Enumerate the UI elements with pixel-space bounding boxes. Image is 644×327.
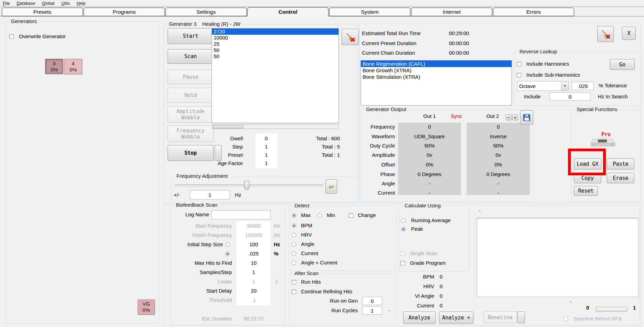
detect-hrv-radio[interactable]: [292, 233, 296, 237]
tab-errors[interactable]: Errors: [493, 8, 574, 16]
clear-frequency-list-button[interactable]: [342, 29, 359, 45]
hscrollbar-thumb[interactable]: [213, 125, 243, 129]
paste-button[interactable]: Paste: [607, 159, 634, 170]
baseline-before-bfb-label: Baseline Before BFB: [574, 316, 622, 321]
special-functions-title: Special Functions: [575, 106, 619, 112]
generator-x-device-image: [589, 136, 616, 149]
age-factor-label: Age Factor: [193, 160, 243, 166]
generator-4-button[interactable]: 4 0%: [64, 59, 82, 74]
go-button[interactable]: Go: [610, 59, 635, 70]
detect-angle-radio[interactable]: [292, 242, 296, 247]
continue-refining-checkbox[interactable]: [292, 290, 296, 294]
single-scan-checkbox: [400, 251, 405, 256]
biofeedback-scan-title: Biofeedback Scan: [174, 202, 219, 208]
step-size-percent-value[interactable]: .025: [237, 251, 271, 257]
output-minus-button[interactable]: −: [506, 115, 512, 120]
menu-utils[interactable]: Utils: [58, 1, 72, 7]
dropdown-arrow-icon[interactable]: ▼: [561, 81, 568, 90]
program-item[interactable]: Bone Regeneration (CAFL): [361, 61, 512, 67]
frequency-list-hscrollbar[interactable]: [212, 124, 339, 129]
scale-max-label: 1: [633, 305, 636, 310]
run-on-gen-input[interactable]: 0: [362, 297, 382, 305]
output-row-label: Amplitude: [351, 152, 395, 158]
overwrite-generator-checkbox[interactable]: [9, 34, 14, 39]
running-average-radio[interactable]: [401, 218, 406, 223]
program-item[interactable]: Bone Stimulation (XTRA): [361, 74, 512, 80]
reset-button[interactable]: Reset: [574, 186, 598, 196]
output-plus-button[interactable]: +: [512, 115, 518, 120]
scan-button[interactable]: Scan: [168, 49, 214, 64]
detect-bpm-radio[interactable]: [292, 224, 296, 228]
detect-current-radio[interactable]: [292, 251, 296, 256]
tab-control[interactable]: Control: [247, 7, 329, 17]
vg-generator-button[interactable]: VG 0%: [138, 299, 155, 315]
close-panel-button[interactable]: X: [622, 27, 636, 40]
preset-value[interactable]: 1: [255, 152, 277, 158]
detect-min-radio[interactable]: [318, 213, 322, 218]
frequency-item[interactable]: 50: [212, 47, 339, 53]
erase-button[interactable]: Erase: [607, 173, 634, 183]
tab-internet[interactable]: Internet: [411, 8, 492, 16]
step-size-hz-value[interactable]: 100: [237, 241, 271, 247]
detect-max-radio[interactable]: [292, 213, 296, 218]
frequency-listbox[interactable]: 2720 10000 25 50 50: [212, 28, 339, 123]
peak-radio[interactable]: [401, 227, 406, 231]
start-delay-value[interactable]: 20: [237, 288, 271, 294]
include-hz-input[interactable]: 0: [550, 92, 590, 101]
menu-database[interactable]: Database: [14, 1, 38, 7]
save-output-button[interactable]: [520, 110, 533, 124]
start-button[interactable]: Start: [168, 28, 214, 44]
tab-presets[interactable]: Presets: [2, 8, 83, 16]
detect-angle-current-radio[interactable]: [292, 261, 296, 265]
frequency-item[interactable]: 50: [212, 53, 339, 59]
tolerance-unit-label: % Tolerance: [599, 83, 627, 88]
tab-programs[interactable]: Programs: [84, 8, 165, 16]
tab-system[interactable]: System: [329, 8, 410, 16]
hrv-result-label: HRV: [396, 283, 434, 289]
age-factor-value[interactable]: 1: [255, 160, 277, 166]
out1-frequency: 0: [398, 124, 461, 130]
generator-3-button[interactable]: 3 0%: [45, 59, 63, 74]
menu-help[interactable]: Help: [74, 1, 88, 7]
analyze-plus-button[interactable]: Analyze +: [439, 312, 473, 324]
frequency-item[interactable]: 25: [212, 41, 339, 47]
programs-listbox[interactable]: Bone Regeneration (CAFL) Bone Growth (XT…: [361, 60, 512, 106]
initial-step-size-label: Initial Step Size: [172, 241, 223, 247]
run-cycles-input[interactable]: 1: [362, 306, 382, 315]
frequency-item[interactable]: 10000: [212, 35, 339, 41]
scale-min-label: 0: [586, 305, 589, 310]
generator-4-number: 4: [72, 61, 74, 67]
menu-global[interactable]: Global: [39, 1, 57, 7]
menu-file[interactable]: File: [0, 1, 12, 7]
program-item[interactable]: Bone Growth (XTRA): [361, 67, 512, 74]
max-hits-value[interactable]: 10: [237, 260, 271, 266]
output-row-label: Duty Cycle: [351, 143, 395, 149]
include-sub-harmonics-checkbox[interactable]: [517, 73, 521, 77]
clear-all-button[interactable]: [597, 26, 614, 42]
grade-program-checkbox[interactable]: [400, 261, 405, 265]
run-hits-checkbox[interactable]: [292, 280, 296, 284]
adjustment-amount-input[interactable]: 1: [190, 190, 230, 199]
load-gx-button[interactable]: Load GX: [574, 159, 601, 170]
samples-per-step-value[interactable]: 1: [237, 269, 271, 275]
running-average-label: Running Average: [411, 217, 451, 223]
step-value[interactable]: 1: [255, 144, 277, 150]
detect-change-checkbox[interactable]: [349, 213, 353, 218]
spooky2-control-window: File Database Global Utils Help Presets …: [0, 0, 644, 327]
step-size-hz-radio[interactable]: [225, 242, 230, 247]
out2-phase: 0 Degrees: [467, 171, 530, 177]
detect-angle-current-label: Angle + Current: [301, 260, 337, 265]
reset-adjustment-button[interactable]: ↩: [325, 179, 337, 194]
tolerance-input[interactable]: .025: [572, 82, 594, 90]
copy-button[interactable]: Copy: [574, 173, 601, 183]
include-harmonics-checkbox[interactable]: [517, 62, 521, 66]
frequency-item[interactable]: 2720: [212, 29, 339, 35]
tab-settings[interactable]: Settings: [165, 8, 247, 16]
out2-waveform: Inverse: [467, 133, 530, 139]
step-size-percent-radio[interactable]: [225, 252, 230, 256]
analyze-button[interactable]: Analyze: [403, 312, 436, 324]
harmonic-type-dropdown[interactable]: Octave ▼: [517, 81, 569, 91]
log-name-input[interactable]: [212, 210, 271, 219]
frequency-adjustment-slider-thumb[interactable]: [244, 181, 249, 189]
dwell-value[interactable]: 0: [255, 135, 277, 141]
